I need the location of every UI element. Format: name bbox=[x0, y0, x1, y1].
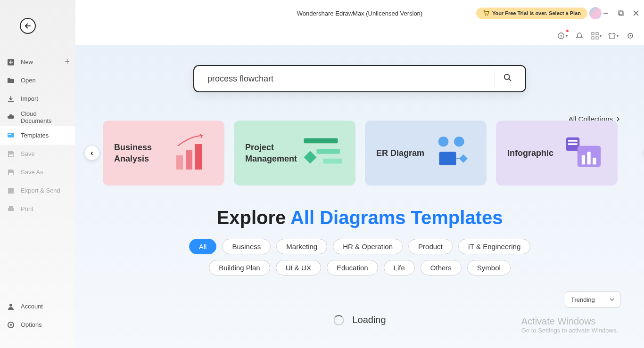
svg-rect-1 bbox=[8, 133, 14, 138]
filter-others[interactable]: Others bbox=[421, 260, 462, 275]
save-icon bbox=[7, 150, 15, 158]
search-button[interactable] bbox=[504, 73, 512, 84]
search-input[interactable] bbox=[207, 74, 486, 84]
svg-rect-14 bbox=[619, 12, 623, 16]
sidebar-item-label: Cloud Documents bbox=[21, 110, 69, 124]
sidebar-item-export: Export & Send bbox=[0, 181, 75, 200]
toolbar: ?▾ ▾ ▾ bbox=[75, 26, 644, 45]
minimize-button[interactable] bbox=[603, 10, 609, 16]
svg-rect-27 bbox=[304, 138, 338, 144]
svg-rect-3 bbox=[9, 154, 13, 156]
content: All Collections ‹ Business Analysis Proj… bbox=[75, 45, 644, 348]
filter-marketing[interactable]: Marketing bbox=[276, 239, 327, 254]
filter-all[interactable]: All bbox=[189, 239, 217, 254]
filter-building-plan[interactable]: Building Plan bbox=[209, 260, 270, 275]
svg-rect-5 bbox=[8, 188, 14, 194]
main-area: Wondershare EdrawMax (Unlicensed Version… bbox=[75, 0, 644, 348]
svg-rect-24 bbox=[176, 155, 183, 170]
close-button[interactable] bbox=[633, 10, 639, 16]
maximize-button[interactable] bbox=[618, 10, 624, 16]
windows-watermark: Activate Windows Go to Settings to activ… bbox=[521, 316, 618, 334]
svg-rect-2 bbox=[8, 134, 11, 135]
arrow-left-icon bbox=[24, 22, 32, 30]
card-infographic[interactable]: Infographic bbox=[496, 121, 618, 186]
cart-icon bbox=[483, 10, 489, 16]
svg-point-10 bbox=[10, 324, 12, 326]
svg-rect-13 bbox=[619, 11, 622, 15]
filter-product[interactable]: Product bbox=[408, 239, 453, 254]
card-business-analysis[interactable]: Business Analysis bbox=[103, 121, 224, 186]
sidebar-item-cloud[interactable]: Cloud Documents bbox=[0, 108, 75, 126]
filter-hr-operation[interactable]: HR & Operation bbox=[333, 239, 403, 254]
add-icon[interactable]: + bbox=[65, 57, 70, 67]
search-box bbox=[193, 65, 526, 92]
svg-rect-35 bbox=[568, 143, 578, 145]
bell-icon[interactable] bbox=[574, 31, 585, 41]
svg-point-23 bbox=[504, 74, 510, 80]
sidebar-item-new[interactable]: New + bbox=[0, 53, 75, 71]
sidebar-item-label: Export & Send bbox=[21, 187, 60, 194]
svg-rect-38 bbox=[587, 152, 591, 164]
svg-rect-18 bbox=[596, 32, 598, 35]
sidebar-item-label: Save bbox=[21, 150, 35, 157]
sidebar-item-save: Save bbox=[0, 145, 75, 163]
sidebar-item-options[interactable]: Options bbox=[0, 316, 75, 334]
heading-highlight: All Diagrams Templates bbox=[290, 207, 503, 228]
svg-point-8 bbox=[9, 304, 12, 307]
filter-education[interactable]: Education bbox=[327, 260, 378, 275]
sidebar-item-open[interactable]: Open bbox=[0, 71, 75, 89]
user-icon bbox=[7, 302, 15, 311]
category-cards: ‹ Business Analysis Project Management E… bbox=[103, 121, 644, 186]
app-title: Wondershare EdrawMax (Unlicensed Version… bbox=[297, 10, 422, 17]
sidebar-item-label: Templates bbox=[21, 132, 49, 139]
filter-life[interactable]: Life bbox=[384, 260, 415, 275]
svg-point-30 bbox=[438, 137, 449, 147]
card-title: Project Management bbox=[245, 142, 297, 165]
infographic-graphic-icon bbox=[564, 132, 606, 174]
trial-banner[interactable]: Your Free Trial is over. Select a Plan bbox=[476, 8, 587, 19]
folder-icon bbox=[7, 76, 15, 85]
avatar[interactable] bbox=[589, 7, 602, 19]
sidebar-item-label: Save As bbox=[21, 169, 43, 176]
svg-rect-20 bbox=[596, 37, 598, 39]
sidebar-item-import[interactable]: Import bbox=[0, 89, 75, 108]
filter-ui-ux[interactable]: UI & UX bbox=[276, 260, 321, 275]
back-button[interactable] bbox=[20, 18, 36, 34]
watermark-line2: Go to Settings to activate Windows. bbox=[521, 327, 618, 334]
cloud-icon bbox=[7, 113, 15, 121]
titlebar: Wondershare EdrawMax (Unlicensed Version… bbox=[75, 0, 644, 26]
explore-heading: Explore All Diagrams Templates bbox=[75, 207, 644, 228]
sort-dropdown[interactable]: Trending bbox=[565, 291, 620, 308]
sidebar: New + Open Import Cloud Documents Templa… bbox=[0, 0, 75, 348]
settings-icon[interactable] bbox=[625, 31, 636, 41]
gear-icon bbox=[7, 321, 15, 329]
sidebar-item-label: Import bbox=[21, 95, 38, 102]
sidebar-item-templates[interactable]: Templates bbox=[0, 126, 75, 145]
card-title: Infographic bbox=[507, 147, 553, 159]
svg-point-22 bbox=[630, 35, 631, 37]
sidebar-item-label: New bbox=[21, 58, 33, 65]
filter-symbol[interactable]: Symbol bbox=[467, 260, 511, 275]
filter-business[interactable]: Business bbox=[222, 239, 271, 254]
filter-it-engineering[interactable]: IT & Engineering bbox=[458, 239, 530, 254]
card-er-diagram[interactable]: ER Diagram bbox=[365, 121, 487, 186]
sidebar-item-save-as: Save As bbox=[0, 163, 75, 181]
svg-rect-37 bbox=[582, 155, 585, 165]
help-icon[interactable]: ?▾ bbox=[557, 31, 568, 41]
tshirt-icon[interactable]: ▾ bbox=[608, 31, 619, 41]
search-icon bbox=[504, 73, 512, 82]
trial-text: Your Free Trial is over. Select a Plan bbox=[492, 10, 581, 16]
search-divider bbox=[495, 71, 495, 86]
svg-point-11 bbox=[485, 15, 486, 16]
sidebar-bottom: Account Options bbox=[0, 297, 75, 334]
svg-text:?: ? bbox=[560, 34, 562, 39]
svg-rect-26 bbox=[195, 144, 202, 170]
card-project-management[interactable]: Project Management bbox=[234, 121, 355, 186]
sidebar-item-account[interactable]: Account bbox=[0, 297, 75, 316]
templates-icon bbox=[7, 131, 15, 140]
svg-point-12 bbox=[487, 15, 488, 16]
grid-icon[interactable]: ▾ bbox=[591, 31, 602, 41]
svg-rect-32 bbox=[439, 152, 456, 165]
cards-prev-button[interactable]: ‹ bbox=[85, 146, 99, 160]
svg-rect-28 bbox=[317, 149, 340, 154]
